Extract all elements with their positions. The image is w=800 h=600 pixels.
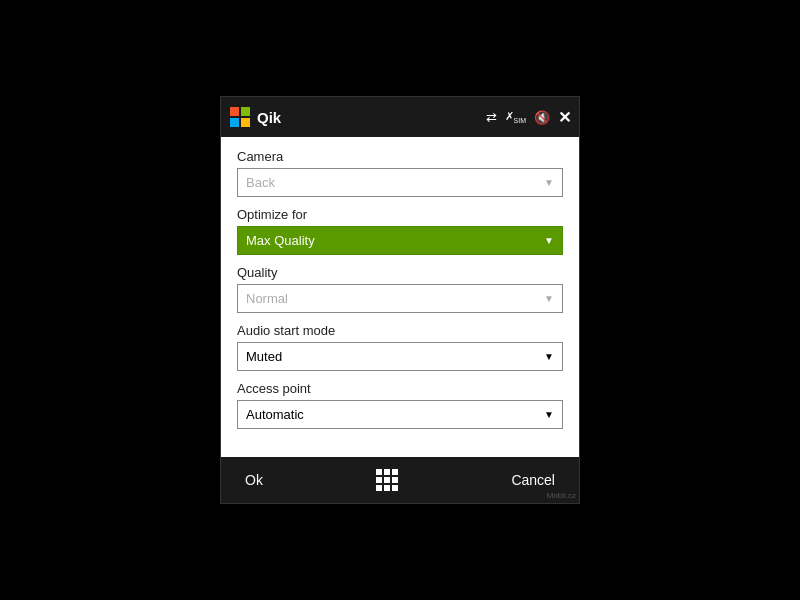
optimize-label: Optimize for xyxy=(237,207,563,222)
grid-icon[interactable] xyxy=(376,469,398,491)
camera-dropdown[interactable]: Back ▼ xyxy=(237,168,563,197)
title-bar-icons: ⇄ ✗SIM 🔇 ✕ xyxy=(486,108,571,127)
svg-rect-1 xyxy=(241,107,250,116)
quality-arrow-icon: ▼ xyxy=(544,293,554,304)
ok-button[interactable]: Ok xyxy=(237,468,271,492)
access-point-label: Access point xyxy=(237,381,563,396)
access-point-dropdown[interactable]: Automatic ▼ xyxy=(237,400,563,429)
camera-label: Camera xyxy=(237,149,563,164)
optimize-arrow-icon: ▼ xyxy=(544,235,554,246)
volume-icon[interactable]: 🔇 xyxy=(534,110,550,125)
access-point-arrow-icon: ▼ xyxy=(544,409,554,420)
quality-value: Normal xyxy=(246,291,540,306)
watermark: Mobil.cz xyxy=(547,491,576,500)
optimize-value: Max Quality xyxy=(246,233,540,248)
close-icon[interactable]: ✕ xyxy=(558,108,571,127)
bottom-bar: Ok Cancel xyxy=(221,457,579,503)
windows-logo-icon xyxy=(229,106,251,128)
svg-rect-2 xyxy=(230,118,239,127)
svg-rect-3 xyxy=(241,118,250,127)
app-title: Qik xyxy=(257,109,480,126)
settings-content: Camera Back ▼ Optimize for Max Quality ▼… xyxy=(221,137,579,437)
quality-label: Quality xyxy=(237,265,563,280)
sync-icon[interactable]: ⇄ xyxy=(486,110,497,125)
cancel-button[interactable]: Cancel xyxy=(503,468,563,492)
svg-rect-0 xyxy=(230,107,239,116)
camera-value: Back xyxy=(246,175,540,190)
audio-label: Audio start mode xyxy=(237,323,563,338)
title-bar: Qik ⇄ ✗SIM 🔇 ✕ xyxy=(221,97,579,137)
audio-dropdown[interactable]: Muted ▼ xyxy=(237,342,563,371)
optimize-dropdown[interactable]: Max Quality ▼ xyxy=(237,226,563,255)
quality-dropdown[interactable]: Normal ▼ xyxy=(237,284,563,313)
access-point-value: Automatic xyxy=(246,407,540,422)
sim-icon[interactable]: ✗SIM xyxy=(505,110,526,124)
audio-value: Muted xyxy=(246,349,540,364)
audio-arrow-icon: ▼ xyxy=(544,351,554,362)
camera-arrow-icon: ▼ xyxy=(544,177,554,188)
